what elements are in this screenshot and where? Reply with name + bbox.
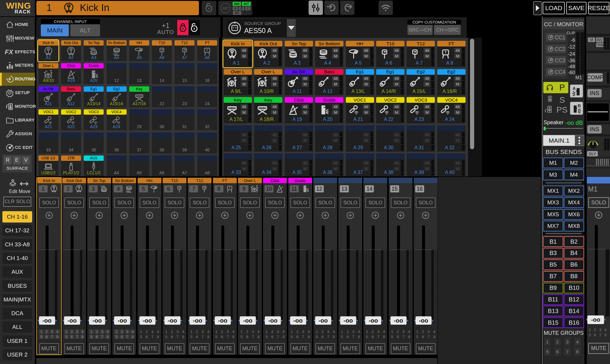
svg-text:B: B: [578, 103, 581, 108]
svg-text:A: A: [572, 86, 575, 91]
